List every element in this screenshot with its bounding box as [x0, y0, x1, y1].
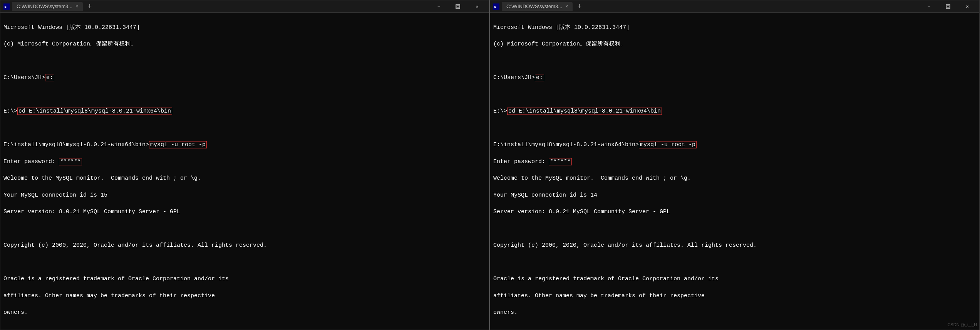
- right-line-19: [493, 325, 976, 330]
- left-line-17: affiliates. Other names may be trademark…: [3, 292, 486, 300]
- left-close-btn[interactable]: ✕: [468, 0, 486, 13]
- left-line-7: [3, 124, 486, 133]
- right-close-btn[interactable]: ✕: [958, 0, 976, 13]
- right-line-4: C:\Users\JH>e:: [493, 74, 976, 82]
- right-line-16: Oracle is a registered trademark of Orac…: [493, 275, 976, 283]
- right-title-bar: ▶ C:\WINDOWS\system3... ✕ + － ✕: [490, 0, 979, 13]
- left-terminal-body[interactable]: Microsoft Windows [版本 10.0.22631.3447] (…: [0, 13, 489, 330]
- left-tab-close[interactable]: ✕: [75, 3, 78, 9]
- right-tab-close[interactable]: ✕: [565, 3, 568, 9]
- left-line-14: Copyright (c) 2000, 2020, Oracle and/or …: [3, 241, 486, 250]
- terminals-container: ▶ C:\WINDOWS\system3... ✕ + － ✕: [0, 0, 980, 330]
- right-title-bar-left: ▶ C:\WINDOWS\system3... ✕ +: [493, 2, 920, 11]
- left-line-8: E:\install\mysql8\mysql-8.0.21-winx64\bi…: [3, 141, 486, 149]
- right-line-18: owners.: [493, 308, 976, 317]
- left-line-4: C:\Users\JH>e:: [3, 74, 486, 82]
- left-title-bar-left: ▶ C:\WINDOWS\system3... ✕ +: [3, 2, 430, 11]
- right-new-tab-btn[interactable]: +: [575, 3, 584, 10]
- right-line-9: Enter password: ******: [493, 158, 976, 166]
- watermark: CSDN @_i_j_H: [947, 322, 977, 327]
- right-line-2: (c) Microsoft Corporation。保留所有权利。: [493, 40, 976, 49]
- right-line-7: [493, 124, 976, 133]
- right-line-14: Copyright (c) 2000, 2020, Oracle and/or …: [493, 241, 976, 250]
- svg-text:▶: ▶: [5, 5, 7, 9]
- right-window-controls: － ✕: [920, 0, 976, 13]
- left-terminal-icon: ▶: [3, 3, 10, 10]
- left-line-6: E:\>cd E:\install\mysql8\mysql-8.0.21-wi…: [3, 107, 486, 116]
- right-line-13: [493, 225, 976, 233]
- left-line-16: Oracle is a registered trademark of Orac…: [3, 275, 486, 283]
- left-line-12: Server version: 8.0.21 MySQL Community S…: [3, 208, 486, 216]
- right-line-15: [493, 258, 976, 267]
- left-terminal: ▶ C:\WINDOWS\system3... ✕ + － ✕: [0, 0, 490, 330]
- right-line-8: E:\install\mysql8\mysql-8.0.21-winx64\bi…: [493, 141, 976, 149]
- right-terminal-icon: ▶: [493, 3, 499, 10]
- right-line-3: [493, 57, 976, 66]
- svg-text:▶: ▶: [494, 5, 497, 9]
- left-tab[interactable]: C:\WINDOWS\system3... ✕: [12, 2, 83, 11]
- left-maximize-btn[interactable]: [449, 0, 467, 13]
- svg-rect-7: [947, 5, 949, 8]
- right-terminal: ▶ C:\WINDOWS\system3... ✕ + － ✕: [490, 0, 980, 330]
- right-tab-label: C:\WINDOWS\system3...: [506, 3, 562, 9]
- left-line-5: [3, 91, 486, 99]
- left-line-3: [3, 57, 486, 66]
- left-line-19: [3, 325, 486, 330]
- right-line-6: E:\>cd E:\install\mysql8\mysql-8.0.21-wi…: [493, 107, 976, 116]
- right-line-5: [493, 91, 976, 99]
- right-tab[interactable]: C:\WINDOWS\system3... ✕: [502, 2, 573, 11]
- left-title-bar: ▶ C:\WINDOWS\system3... ✕ + － ✕: [0, 0, 489, 13]
- right-minimize-btn[interactable]: －: [920, 0, 938, 13]
- right-terminal-body[interactable]: Microsoft Windows [版本 10.0.22631.3447] (…: [490, 13, 979, 330]
- left-line-11: Your MySQL connection id is 15: [3, 191, 486, 200]
- right-line-17: affiliates. Other names may be trademark…: [493, 292, 976, 300]
- left-window-controls: － ✕: [430, 0, 486, 13]
- left-new-tab-btn[interactable]: +: [85, 3, 94, 10]
- svg-rect-3: [457, 5, 459, 8]
- left-line-10: Welcome to the MySQL monitor. Commands e…: [3, 174, 486, 183]
- left-line-13: [3, 225, 486, 233]
- right-line-1: Microsoft Windows [版本 10.0.22631.3447]: [493, 24, 976, 32]
- right-maximize-btn[interactable]: [939, 0, 957, 13]
- left-line-18: owners.: [3, 308, 486, 317]
- right-line-12: Server version: 8.0.21 MySQL Community S…: [493, 208, 976, 216]
- left-line-15: [3, 258, 486, 267]
- left-line-9: Enter password: ******: [3, 158, 486, 166]
- left-line-2: (c) Microsoft Corporation。保留所有权利。: [3, 40, 486, 49]
- left-tab-label: C:\WINDOWS\system3...: [17, 3, 72, 9]
- right-line-10: Welcome to the MySQL monitor. Commands e…: [493, 174, 976, 183]
- right-line-11: Your MySQL connection id is 14: [493, 191, 976, 200]
- left-minimize-btn[interactable]: －: [430, 0, 447, 13]
- left-line-1: Microsoft Windows [版本 10.0.22631.3447]: [3, 24, 486, 32]
